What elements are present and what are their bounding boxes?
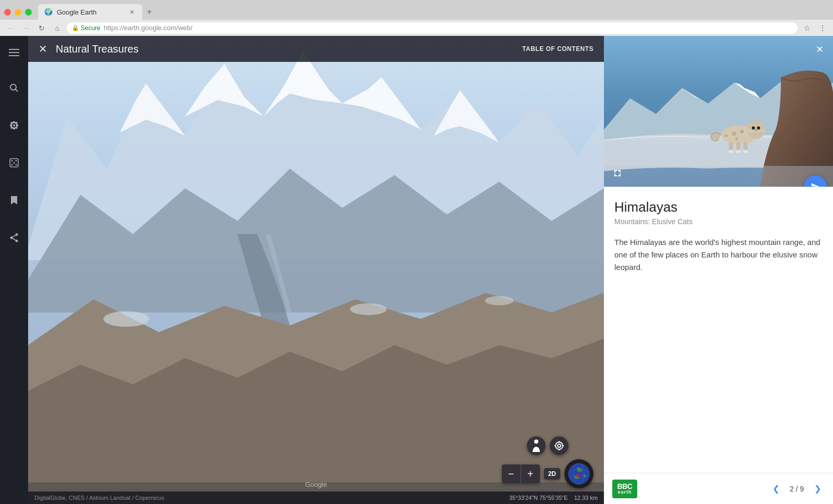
bottom-controls-row: − + 2D (502, 459, 594, 488)
maximize-window-button[interactable] (25, 9, 32, 16)
top-controls-row (527, 436, 569, 455)
sidebar-menu-button[interactable] (4, 42, 24, 63)
panel-content: Himalayas Mountains: Elusive Cats The Hi… (604, 187, 833, 504)
close-window-button[interactable] (4, 9, 11, 16)
svg-line-15 (11, 238, 17, 241)
leopard-scene-image (604, 36, 833, 187)
svg-point-64 (743, 150, 748, 153)
browser-chrome: 🌍 Google Earth ✕ + ← → ↻ ⌂ 🔒 Secure http… (0, 0, 833, 36)
window-controls (4, 9, 32, 16)
svg-point-51 (752, 126, 755, 130)
pagination: ❮ 2 / 9 ❯ (769, 482, 825, 496)
back-button[interactable]: ← (4, 22, 17, 34)
url-base: https://earth.google.com (104, 24, 176, 32)
home-button[interactable]: ⌂ (51, 22, 64, 34)
bookmark-star-button[interactable]: ☆ (801, 22, 813, 34)
map-status-bar: DigitalGlobe, CNES / Astrium Landsat / C… (28, 492, 604, 504)
tab-close-button[interactable]: ✕ (128, 8, 136, 16)
left-sidebar (0, 36, 28, 504)
svg-point-50 (757, 126, 760, 130)
svg-rect-2 (9, 55, 19, 56)
more-options-button[interactable]: ⋮ (816, 22, 829, 34)
next-page-button[interactable]: ❯ (810, 482, 825, 496)
google-watermark: Google (305, 481, 327, 488)
tab-favicon-icon: 🌍 (44, 8, 53, 16)
lock-icon: 🔒 (72, 24, 79, 31)
panel-expand-button[interactable] (610, 166, 625, 180)
tab-bar: 🌍 Google Earth ✕ + (0, 0, 833, 20)
map-background: Google (28, 36, 604, 504)
browser-tab[interactable]: 🌍 Google Earth ✕ (38, 4, 142, 20)
2d-view-button[interactable]: 2D (544, 468, 560, 480)
address-bar[interactable]: 🔒 Secure https://earth.google.com/web/ (67, 22, 798, 34)
bookmark-sidebar-button[interactable] (4, 190, 24, 211)
globe-view-button[interactable] (564, 459, 594, 488)
panel-image: ✕ (604, 36, 833, 187)
svg-point-55 (732, 132, 736, 136)
street-view-button[interactable] (527, 436, 546, 455)
svg-rect-30 (28, 36, 604, 504)
zoom-out-button[interactable]: − (502, 464, 521, 483)
location-subtitle: Mountains: Elusive Cats (614, 217, 823, 226)
map-panel[interactable]: ✕ Natural Treasures TABLE OF CONTENTS (28, 36, 604, 504)
svg-point-9 (11, 164, 13, 166)
zoom-in-button[interactable]: + (521, 464, 540, 483)
page-info: 2 / 9 (790, 485, 804, 493)
svg-point-56 (740, 130, 744, 134)
svg-point-52 (754, 130, 758, 132)
svg-point-33 (556, 442, 563, 449)
panel-close-button[interactable]: ✕ (812, 42, 827, 57)
svg-point-7 (16, 160, 17, 162)
svg-rect-0 (9, 49, 19, 50)
svg-point-31 (534, 440, 538, 444)
bbc-earth-logo: BBC earth (612, 480, 637, 498)
panel-footer: BBC earth ❮ 2 / 9 ❯ (604, 473, 833, 504)
table-of-contents-button[interactable]: TABLE OF CONTENTS (522, 45, 594, 53)
svg-point-38 (569, 463, 589, 484)
share-sidebar-button[interactable] (4, 227, 24, 248)
svg-line-4 (16, 89, 18, 92)
svg-point-62 (728, 150, 734, 153)
story-close-button[interactable]: ✕ (39, 43, 47, 55)
new-tab-button[interactable]: + (142, 5, 157, 19)
locate-me-button[interactable] (550, 436, 569, 455)
svg-point-3 (10, 84, 16, 90)
secure-label: Secure (81, 24, 100, 32)
mountain-visualization (28, 36, 604, 504)
previous-page-button[interactable]: ❮ (769, 482, 784, 496)
svg-line-14 (11, 235, 17, 238)
svg-point-6 (11, 160, 13, 162)
svg-point-10 (16, 164, 17, 166)
forward-button[interactable]: → (20, 22, 32, 34)
svg-point-32 (558, 444, 561, 447)
reload-button[interactable]: ↻ (35, 22, 48, 34)
secure-badge: 🔒 Secure (72, 24, 100, 32)
location-title: Himalayas (614, 199, 823, 215)
svg-rect-69 (604, 166, 833, 187)
story-title: Natural Treasures (56, 43, 522, 55)
address-bar-row: ← → ↻ ⌂ 🔒 Secure https://earth.google.co… (0, 20, 833, 36)
minimize-window-button[interactable] (15, 9, 21, 16)
map-attribution: DigitalGlobe, CNES / Astrium Landsat / C… (34, 495, 164, 501)
search-sidebar-button[interactable] (4, 77, 24, 98)
svg-rect-1 (9, 52, 19, 53)
tab-title: Google Earth (57, 8, 97, 16)
map-coordinates: 35°33'24"N 75°55'35"E 12.33 km (509, 495, 598, 501)
address-url: https://earth.google.com/web/ (104, 24, 193, 32)
svg-point-58 (735, 137, 738, 140)
settings-sidebar-button[interactable] (4, 115, 24, 136)
svg-point-8 (14, 162, 15, 164)
map-controls: − + 2D (502, 436, 594, 488)
right-panel: ✕ Himalayas Mountains: Elusive Cats The … (604, 36, 833, 504)
story-header: ✕ Natural Treasures TABLE OF CONTENTS (28, 36, 604, 62)
url-path: /web/ (176, 24, 193, 32)
svg-point-57 (725, 134, 728, 137)
svg-point-63 (736, 150, 741, 153)
random-sidebar-button[interactable] (4, 152, 24, 173)
app-container: ✕ Natural Treasures TABLE OF CONTENTS (0, 36, 833, 504)
zoom-controls: − + (502, 464, 540, 483)
location-description: The Himalayas are the world's highest mo… (614, 236, 823, 274)
